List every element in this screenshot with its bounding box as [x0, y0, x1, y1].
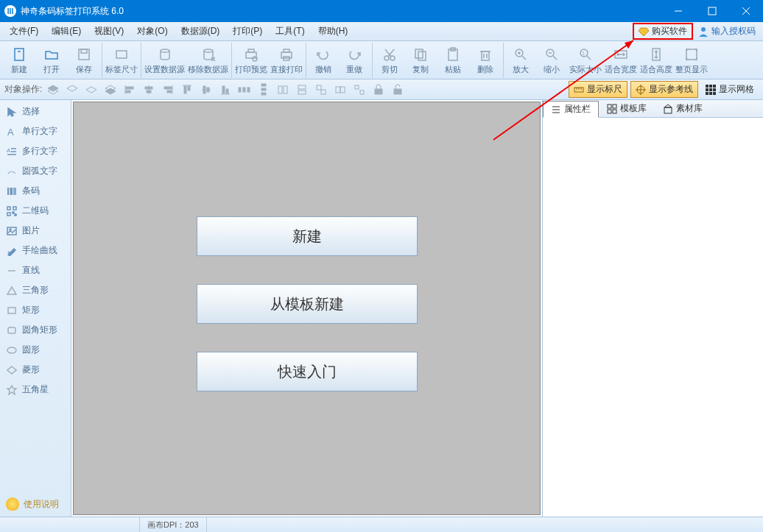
menu-tool[interactable]: 工具(T) [269, 22, 311, 40]
status-dpi: 画布DPI：203 [140, 517, 207, 532]
tool-barcode[interactable]: 条码 [1, 181, 69, 201]
svg-rect-85 [340, 87, 345, 93]
minimize-button[interactable] [661, 0, 695, 22]
same-size-icon[interactable] [313, 82, 329, 97]
tool-qr[interactable]: 二维码 [1, 201, 69, 221]
svg-rect-68 [207, 88, 209, 92]
menu-file[interactable]: 文件(F) [3, 22, 45, 40]
align-vcenter-icon[interactable] [198, 82, 214, 97]
tab-properties[interactable]: 属性栏 [543, 101, 599, 118]
unlock-icon[interactable] [390, 82, 406, 97]
same-width-icon[interactable] [275, 82, 291, 97]
tb-fith[interactable]: 适合高度 [639, 43, 674, 78]
tb-preview[interactable]: 打印预览 [231, 43, 269, 78]
svg-rect-80 [298, 85, 306, 89]
align-bottom-icon[interactable] [217, 82, 233, 97]
svg-point-114 [10, 229, 11, 230]
fit-height-icon [647, 46, 665, 63]
tool-curve[interactable]: 手绘曲线 [1, 241, 69, 260]
tb-redo[interactable]: 重做 [338, 43, 370, 78]
roundrect-icon [6, 324, 18, 336]
tb-open[interactable]: 打开 [35, 43, 68, 78]
tb-zoomout[interactable]: 缩小 [535, 43, 568, 78]
svg-marker-116 [7, 287, 16, 294]
menu-edit[interactable]: 编辑(E) [45, 22, 88, 40]
zoomout-icon [543, 46, 560, 63]
svg-rect-6 [15, 49, 24, 60]
svg-rect-82 [317, 85, 321, 90]
enter-auth-button[interactable]: 输入授权码 [697, 25, 756, 38]
maximize-button[interactable] [695, 0, 729, 22]
menu-print[interactable]: 打印(P) [226, 22, 269, 40]
tb-save[interactable]: 保存 [68, 43, 100, 78]
print-icon [278, 46, 295, 63]
tool-line[interactable]: 直线 [1, 260, 69, 280]
tool-multi-text[interactable]: A多行文字 [1, 141, 69, 161]
tool-image[interactable]: 图片 [1, 221, 69, 241]
actual-size-icon: 1 [577, 46, 594, 63]
align-top-icon[interactable] [179, 82, 195, 97]
tb-new[interactable]: 新建 [3, 43, 35, 78]
tool-rect[interactable]: 矩形 [1, 300, 69, 320]
tool-diamond[interactable]: 菱形 [1, 360, 69, 380]
tool-select[interactable]: 选择 [1, 102, 69, 121]
dist-h-icon[interactable] [236, 82, 253, 97]
show-guide-toggle[interactable]: 显示参考线 [630, 81, 698, 98]
close-button[interactable] [729, 0, 763, 22]
svg-rect-88 [375, 89, 382, 94]
tab-assets[interactable]: 素材库 [655, 100, 711, 117]
align-left-icon[interactable] [122, 82, 138, 97]
menu-view[interactable]: 视图(V) [88, 22, 130, 40]
ungroup-icon[interactable] [351, 82, 368, 97]
lock-icon[interactable] [370, 82, 387, 97]
svg-rect-64 [184, 86, 186, 93]
layer-back-icon[interactable] [102, 82, 119, 97]
tool-roundrect[interactable]: 圆角矩形 [1, 320, 69, 340]
tool-circle[interactable]: 圆形 [1, 340, 69, 360]
svg-rect-110 [7, 213, 10, 216]
layer-down-icon[interactable] [83, 82, 99, 97]
tb-cut[interactable]: 剪切 [372, 43, 404, 78]
svg-rect-29 [482, 52, 489, 60]
align-right-icon[interactable] [160, 82, 176, 97]
canvas-new-button[interactable]: 新建 [197, 216, 418, 256]
tb-delete[interactable]: 删除 [469, 43, 502, 78]
dist-v-icon[interactable] [256, 82, 272, 97]
menu-object[interactable]: 对象(O) [130, 22, 174, 40]
svg-rect-67 [203, 86, 205, 93]
layer-front-icon[interactable] [45, 82, 61, 97]
tb-rmds[interactable]: 移除数据源 [186, 43, 230, 78]
group-icon[interactable] [332, 82, 348, 97]
tool-single-text[interactable]: A单行文字 [1, 121, 69, 141]
tb-undo[interactable]: 撤销 [306, 43, 338, 78]
canvas-quickstart-button[interactable]: 快速入门 [197, 352, 418, 391]
tool-triangle[interactable]: 三角形 [1, 280, 69, 300]
tb-copy[interactable]: 复制 [404, 43, 437, 78]
menu-help[interactable]: 帮助(H) [312, 22, 355, 40]
menu-datasource[interactable]: 数据源(D) [175, 22, 227, 40]
tb-labelsize[interactable]: 标签尺寸 [102, 43, 139, 78]
svg-rect-55 [126, 87, 133, 89]
svg-rect-76 [261, 88, 266, 91]
canvas-from-template-button[interactable]: 从模板新建 [197, 284, 418, 324]
tb-paste[interactable]: 粘贴 [437, 43, 469, 78]
layer-up-icon[interactable] [64, 82, 80, 97]
help-link[interactable]: 使用说明 [1, 493, 69, 515]
svg-text:1: 1 [582, 51, 585, 56]
same-height-icon[interactable] [294, 82, 310, 97]
buy-software-button[interactable]: 购买软件 [633, 23, 693, 40]
show-grid-toggle[interactable]: 显示网格 [701, 82, 759, 97]
tb-setds[interactable]: 设置数据源 [141, 43, 186, 78]
tb-fitw[interactable]: 适合宽度 [603, 43, 639, 78]
svg-rect-26 [418, 52, 426, 60]
tool-arc-text[interactable]: 圆弧文字 [1, 161, 69, 181]
show-ruler-toggle[interactable]: 显示标尺 [569, 81, 627, 98]
tab-templates[interactable]: 模板库 [599, 100, 655, 117]
tb-actual[interactable]: 1实际大小 [568, 43, 603, 78]
tb-whole[interactable]: 整页显示 [674, 43, 709, 78]
align-hcenter-icon[interactable] [141, 82, 157, 97]
svg-point-17 [253, 57, 257, 61]
tb-zoomin[interactable]: 放大 [503, 43, 535, 78]
tb-print[interactable]: 直接打印 [269, 43, 304, 78]
tool-star[interactable]: 五角星 [1, 380, 69, 400]
